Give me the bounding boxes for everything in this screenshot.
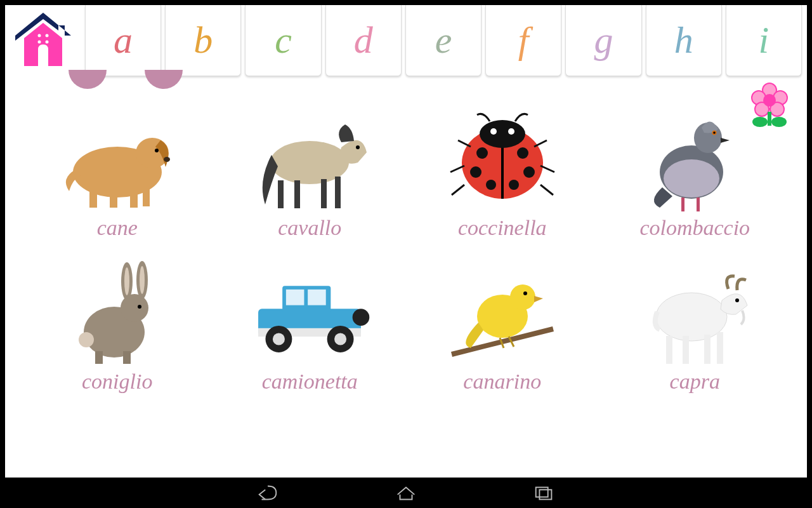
scroll-hint [145,70,183,89]
svg-point-36 [486,180,496,190]
svg-point-10 [763,94,776,107]
recent-apps-button[interactable] [532,483,556,502]
svg-rect-58 [286,290,304,305]
canary-image [439,259,566,367]
svg-point-16 [155,149,159,152]
svg-rect-76 [717,332,723,364]
svg-point-65 [353,309,370,326]
svg-point-52 [138,305,141,309]
tab-label: e [435,18,452,62]
tab-label: c [275,18,292,62]
word-card-capra[interactable]: capra [608,259,782,394]
svg-rect-59 [308,290,326,305]
letter-tab-d[interactable]: d [325,5,402,76]
svg-point-23 [356,145,360,149]
svg-point-70 [523,291,527,295]
android-navbar [0,478,812,508]
pigeon-image [631,105,758,213]
horse-image [246,105,373,213]
svg-point-3 [38,41,41,44]
svg-point-71 [656,293,727,341]
back-button[interactable] [256,483,280,502]
word-label: colombaccio [639,216,750,240]
svg-rect-11 [768,112,771,126]
word-label: capra [670,370,720,394]
svg-point-42 [713,131,716,134]
svg-rect-74 [683,336,689,364]
svg-point-30 [490,128,497,135]
alphabet-tabs: a b c d e f g h i [5,5,807,76]
word-card-camionetta[interactable]: camionetta [223,259,397,394]
word-label: cane [97,216,138,240]
letter-tab-c[interactable]: c [245,5,321,76]
svg-rect-77 [536,487,548,497]
svg-rect-75 [704,335,710,364]
word-grid-area: cane cavallo [5,76,807,394]
svg-rect-53 [95,351,103,364]
tab-label: i [759,18,769,62]
svg-marker-69 [534,296,543,302]
rabbit-image [54,259,181,367]
svg-point-17 [164,157,170,162]
svg-point-33 [517,147,528,159]
word-card-cane[interactable]: cane [30,105,204,240]
word-card-canarino[interactable]: canarino [416,259,589,394]
word-card-coniglio[interactable]: coniglio [30,259,204,394]
letter-tab-g[interactable]: g [565,5,641,76]
word-label: coccinella [458,216,547,240]
svg-point-39 [664,159,719,197]
svg-point-29 [480,120,525,148]
home-nav-button[interactable] [394,483,418,502]
letter-tab-h[interactable]: h [646,5,722,76]
svg-point-13 [771,117,787,127]
svg-point-2 [46,34,49,37]
svg-point-34 [470,166,481,178]
tab-label: a [114,18,133,62]
letter-tab-a[interactable]: a [85,5,161,76]
svg-point-51 [140,266,145,294]
svg-rect-20 [130,190,138,208]
letter-tab-b[interactable]: b [165,5,241,76]
svg-point-55 [79,332,94,347]
svg-point-32 [476,147,488,159]
word-card-coccinella[interactable]: coccinella [416,105,589,240]
svg-marker-43 [721,138,730,143]
svg-point-50 [124,267,129,295]
svg-point-37 [509,180,519,190]
svg-rect-54 [123,351,131,364]
word-label: cavallo [278,216,341,240]
svg-rect-18 [89,190,97,208]
svg-point-31 [508,128,514,135]
svg-rect-24 [278,180,284,208]
word-label: camionetta [262,370,358,394]
flower-icon [747,80,792,132]
tab-label: b [193,18,213,62]
tab-label: d [354,18,373,62]
app-screen: a b c d e f g h i [5,5,807,478]
scroll-hint [69,70,107,89]
svg-point-62 [273,333,285,345]
word-label: canarino [463,370,541,394]
flower-button[interactable] [747,80,792,135]
svg-point-35 [523,166,535,178]
svg-rect-19 [110,190,117,208]
letter-tab-i[interactable]: i [726,5,802,76]
word-grid: cane cavallo [30,105,782,394]
svg-point-12 [752,117,768,127]
jeep-image [246,259,373,367]
svg-rect-27 [335,177,341,208]
svg-point-72 [735,298,739,302]
ladybug-image [439,105,566,213]
svg-rect-78 [539,490,551,499]
goat-image [631,259,758,367]
svg-rect-25 [294,180,300,208]
svg-point-64 [334,333,346,345]
word-card-cavallo[interactable]: cavallo [223,105,397,240]
svg-rect-45 [697,197,700,211]
home-button[interactable] [5,5,81,76]
letter-tab-f[interactable]: f [485,5,561,76]
svg-point-68 [510,284,535,310]
tab-label: h [674,18,693,62]
letter-tab-e[interactable]: e [405,5,481,76]
tab-label: f [518,18,529,62]
